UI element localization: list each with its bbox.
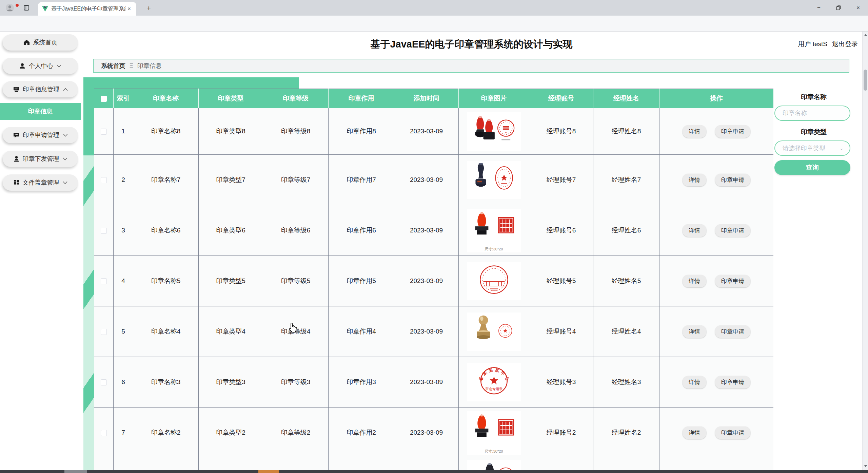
search-type-select[interactable]: 请选择印章类型 ⌄	[774, 140, 850, 156]
cell-index	[114, 458, 133, 471]
row-checkbox[interactable]	[101, 129, 107, 135]
window-restore-button[interactable]	[829, 0, 848, 16]
home-icon	[23, 39, 30, 45]
seal-apply-button[interactable]: 印章申请	[715, 427, 750, 439]
row-checkbox[interactable]	[101, 278, 107, 284]
cell-index: 6	[114, 357, 133, 408]
cell-date: 2023-03-09	[394, 306, 459, 357]
vertical-scrollbar[interactable]	[862, 32, 868, 470]
table-row: 4印章名称5印章类型5印章等级5印章作用52023-03-09 经理账号5经理姓…	[94, 256, 774, 306]
scroll-up-arrow[interactable]	[863, 32, 868, 38]
seal-image	[467, 112, 521, 151]
cell-seal-grade: 印章等级6	[263, 205, 329, 256]
sidebar-item-doc-stamp-mgmt[interactable]: 文件盖章管理	[3, 174, 78, 191]
cell-actions: 详情印章申请	[659, 155, 774, 205]
detail-button[interactable]: 详情	[683, 174, 706, 186]
seal-apply-button[interactable]: 印章申请	[715, 376, 750, 389]
cell-seal-purpose	[329, 458, 394, 471]
svg-text:审定专用章: 审定专用章	[485, 387, 502, 391]
seal-image	[467, 460, 521, 470]
row-checkbox[interactable]	[101, 379, 107, 385]
cell-seal-grade: 印章等级7	[263, 155, 329, 205]
cell-seal-type: 印章类型3	[199, 357, 263, 408]
search-name-input[interactable]	[774, 106, 850, 121]
scrollbar-thumb[interactable]	[864, 70, 867, 91]
row-checkbox[interactable]	[101, 228, 107, 234]
window-minimize-button[interactable]: −	[809, 0, 829, 16]
table-row: 1印章名称8印章类型8印章等级8印章作用82023-03-09 经理账号8经理姓…	[94, 108, 774, 155]
sidebar-item-seal-info-mgmt[interactable]: 印章信息管理	[3, 81, 78, 97]
seal-image	[467, 161, 521, 199]
query-button[interactable]: 查询	[774, 160, 850, 175]
cell-manager-account: 经理账号8	[529, 108, 593, 155]
sidebar-item-label: 印章申请管理	[23, 131, 60, 139]
cell-seal-purpose: 印章作用5	[329, 256, 394, 306]
profile-notification-dot	[16, 4, 19, 7]
sidebar-subitem-seal-info-active[interactable]: 印章信息	[0, 103, 81, 120]
cell-manager-account: 经理账号5	[529, 256, 593, 306]
select-all-checkbox[interactable]	[101, 96, 107, 102]
cell-actions: 详情印章申请	[659, 357, 774, 408]
seal-apply-button[interactable]: 印章申请	[715, 224, 750, 237]
cell-seal-type: 印章类型4	[199, 306, 263, 357]
cell-date: 2023-03-09	[394, 205, 459, 256]
cell-seal-type	[199, 458, 263, 471]
sidebar-item-seal-issue-mgmt[interactable]: 印章下发管理	[3, 151, 78, 167]
sidebar-item-home[interactable]: 系统首页	[3, 34, 78, 51]
table-row	[94, 458, 774, 471]
scroll-down-arrow[interactable]	[863, 463, 868, 469]
tab-actions-icon[interactable]	[21, 3, 32, 13]
row-checkbox[interactable]	[101, 329, 107, 335]
browser-toolbar: ← ↻ i localhost:8080/springboot2122r/adm…	[0, 16, 868, 32]
browser-tab[interactable]: 基于JavaEE的电子印章管理系统的 ×	[38, 2, 136, 16]
col-header-purpose: 印章作用	[329, 89, 394, 108]
detail-button[interactable]: 详情	[683, 325, 706, 338]
cell-seal-grade: 印章等级2	[263, 408, 329, 458]
seal-apply-button[interactable]: 印章申请	[715, 325, 750, 338]
cell-select	[94, 408, 114, 458]
tab-close-icon[interactable]: ×	[125, 5, 133, 13]
user-box: 用户 testS 退出登录	[798, 40, 858, 49]
seal-image: 尺寸:30*20	[467, 209, 521, 252]
cell-seal-grade	[263, 458, 329, 471]
cell-seal-purpose: 印章作用4	[329, 306, 394, 357]
chat-icon	[13, 132, 20, 138]
select-placeholder: 请选择印章类型	[783, 144, 825, 152]
logout-link[interactable]: 退出登录	[832, 40, 858, 49]
table-row: 6印章名称3印章类型3印章等级3印章作用32023-03-09 某某某某中心 审…	[94, 357, 774, 408]
search-panel: 印章名称 印章类型 请选择印章类型 ⌄ 查询	[774, 93, 853, 175]
cell-seal-type: 印章类型2	[199, 408, 263, 458]
col-header-grade: 印章等级	[263, 89, 329, 108]
new-tab-button[interactable]: +	[144, 4, 154, 13]
cell-seal-image	[459, 458, 529, 471]
row-checkbox[interactable]	[101, 430, 107, 436]
detail-button[interactable]: 详情	[683, 125, 706, 138]
table-row: 2印章名称7印章类型7印章等级7印章作用72023-03-09 经理账号7经理姓…	[94, 155, 774, 205]
col-header-date: 添加时间	[394, 89, 459, 108]
window-close-button[interactable]: ×	[848, 0, 868, 16]
detail-button[interactable]: 详情	[683, 275, 706, 287]
chevron-down-icon	[57, 64, 61, 68]
cell-manager-name: 经理姓名3	[593, 357, 659, 408]
row-checkbox[interactable]	[101, 177, 107, 183]
cell-seal-image	[459, 306, 529, 357]
table-row: 3印章名称6印章类型6印章等级6印章作用62023-03-09 尺寸:30*20…	[94, 205, 774, 256]
sidebar-item-label: 个人中心	[29, 62, 53, 70]
seal-apply-button[interactable]: 印章申请	[715, 275, 750, 287]
sidebar-item-profile[interactable]: 个人中心	[3, 58, 78, 74]
detail-button[interactable]: 详情	[683, 224, 706, 237]
seal-apply-button[interactable]: 印章申请	[715, 125, 750, 138]
seal-apply-button[interactable]: 印章申请	[715, 174, 750, 186]
cell-index: 1	[114, 108, 133, 155]
tab-title: 基于JavaEE的电子印章管理系统的	[51, 5, 125, 13]
cell-seal-image	[459, 256, 529, 306]
detail-button[interactable]: 详情	[683, 427, 706, 439]
breadcrumb-home[interactable]: 系统首页	[101, 62, 125, 70]
cell-seal-name: 印章名称6	[133, 205, 199, 256]
sidebar-item-seal-apply-mgmt[interactable]: 印章申请管理	[3, 127, 78, 143]
detail-button[interactable]: 详情	[683, 376, 706, 389]
profile-avatar[interactable]	[3, 2, 16, 14]
chevron-down-icon	[63, 134, 68, 137]
select-chevron-down-icon: ⌄	[839, 145, 844, 151]
select-all-header[interactable]	[94, 89, 114, 108]
